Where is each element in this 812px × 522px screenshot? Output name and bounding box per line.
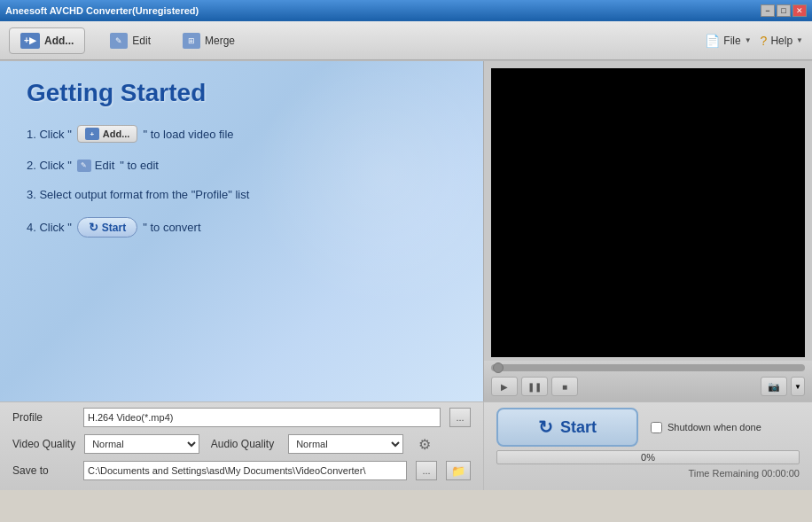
- main-content: Getting Started 1. Click " + Add... " to…: [0, 60, 812, 401]
- video-btn-row: ▶ ❚❚ ■ 📷 ▼: [491, 377, 805, 396]
- settings-gear-button[interactable]: ⚙: [412, 432, 437, 456]
- save-to-row: Save to ... 📁: [12, 461, 471, 480]
- step1-add-btn: + Add...: [77, 125, 138, 143]
- step1-add-icon: +: [85, 128, 99, 140]
- add-button[interactable]: +▶ Add...: [9, 27, 85, 54]
- minimize-button[interactable]: −: [761, 4, 775, 17]
- app-title: Aneesoft AVCHD Converter(Unregistered): [5, 5, 199, 16]
- audio-quality-select[interactable]: Normal: [288, 434, 403, 454]
- progress-bar: 0%: [496, 450, 800, 464]
- file-menu-button[interactable]: 📄 File ▼: [705, 34, 751, 48]
- video-preview-panel: ▶ ❚❚ ■ 📷 ▼: [484, 61, 812, 401]
- file-dropdown-arrow: ▼: [745, 36, 752, 44]
- quality-row: Video Quality Normal Audio Quality Norma…: [12, 432, 471, 456]
- file-icon: 📄: [705, 34, 720, 48]
- step-2: 2. Click " ✎ Edit " to edit: [27, 159, 457, 172]
- help-menu-button[interactable]: ? Help ▼: [761, 34, 803, 48]
- profile-row: Profile ...: [12, 408, 471, 427]
- close-button[interactable]: ✕: [792, 4, 807, 17]
- step4-suffix: " to convert: [143, 221, 200, 234]
- video-controls: ▶ ❚❚ ■ 📷 ▼: [484, 361, 812, 401]
- step-3: 3. Select output format from the "Profil…: [27, 188, 457, 201]
- time-remaining: Time Remaining 00:00:00: [496, 468, 800, 479]
- bottom-left-panel: Profile ... Video Quality Normal Audio Q…: [0, 402, 484, 490]
- start-row: ↻ Start Shutdown when done: [496, 408, 800, 447]
- step1-suffix: " to load video file: [143, 128, 233, 141]
- save-to-input[interactable]: [83, 461, 407, 480]
- video-screen: [491, 68, 805, 357]
- video-progress-bar[interactable]: [491, 364, 805, 371]
- help-dropdown-arrow: ▼: [796, 36, 803, 44]
- audio-quality-label: Audio Quality: [208, 438, 279, 450]
- toolbar-right: 📄 File ▼ ? Help ▼: [705, 34, 803, 48]
- shutdown-row: Shutdown when done: [651, 422, 761, 433]
- start-icon: ↻: [538, 417, 553, 438]
- edit-button[interactable]: ✎ Edit: [103, 28, 158, 53]
- progress-text: 0%: [641, 452, 655, 463]
- step2-edit-ref: ✎ Edit: [77, 159, 114, 172]
- title-bar: Aneesoft AVCHD Converter(Unregistered) −…: [0, 0, 812, 21]
- step2-suffix: " to edit: [120, 159, 159, 172]
- step2-edit-icon: ✎: [77, 160, 91, 172]
- video-quality-label: Video Quality: [12, 438, 75, 450]
- pause-button[interactable]: ❚❚: [521, 377, 548, 396]
- step3-text: 3. Select output format from the "Profil…: [27, 188, 249, 201]
- profile-input[interactable]: [83, 408, 441, 427]
- merge-icon: ⊞: [183, 33, 200, 49]
- save-to-label: Save to: [12, 464, 74, 477]
- stop-button[interactable]: ■: [551, 377, 578, 396]
- video-progress-thumb[interactable]: [493, 362, 504, 373]
- profile-dots-button[interactable]: ...: [449, 408, 471, 427]
- bottom-right-panel: ↻ Start Shutdown when done 0% Time Remai…: [484, 402, 812, 490]
- step4-prefix: 4. Click ": [27, 221, 72, 234]
- start-button[interactable]: ↻ Start: [496, 408, 638, 447]
- step-1: 1. Click " + Add... " to load video file: [27, 125, 457, 143]
- folder-browse-button[interactable]: 📁: [446, 461, 471, 480]
- help-icon: ?: [761, 34, 768, 48]
- step1-prefix: 1. Click ": [27, 128, 72, 141]
- screenshot-button[interactable]: 📷: [761, 377, 787, 396]
- restore-button[interactable]: □: [777, 4, 791, 17]
- bottom-bar: Profile ... Video Quality Normal Audio Q…: [0, 401, 812, 490]
- window-controls: − □ ✕: [761, 4, 807, 17]
- getting-started-panel: Getting Started 1. Click " + Add... " to…: [0, 61, 484, 401]
- camera-dropdown-button[interactable]: ▼: [791, 377, 805, 396]
- toolbar: +▶ Add... ✎ Edit ⊞ Merge 📄 File ▼ ? Help…: [0, 21, 812, 60]
- step4-start-icon: ↻: [89, 221, 98, 234]
- step2-prefix: 2. Click ": [27, 159, 72, 172]
- add-icon: +▶: [20, 33, 40, 49]
- getting-started-title: Getting Started: [27, 79, 457, 107]
- profile-label: Profile: [12, 411, 74, 424]
- shutdown-label: Shutdown when done: [668, 422, 761, 432]
- edit-icon: ✎: [110, 33, 128, 49]
- video-quality-select[interactable]: Normal: [84, 434, 199, 454]
- step4-start-ref: ↻ Start: [77, 217, 137, 238]
- merge-button[interactable]: ⊞ Merge: [176, 28, 242, 53]
- step-4: 4. Click " ↻ Start " to convert: [27, 217, 457, 238]
- save-to-dots-button[interactable]: ...: [416, 461, 437, 480]
- play-button[interactable]: ▶: [491, 377, 518, 396]
- shutdown-checkbox[interactable]: [651, 422, 662, 433]
